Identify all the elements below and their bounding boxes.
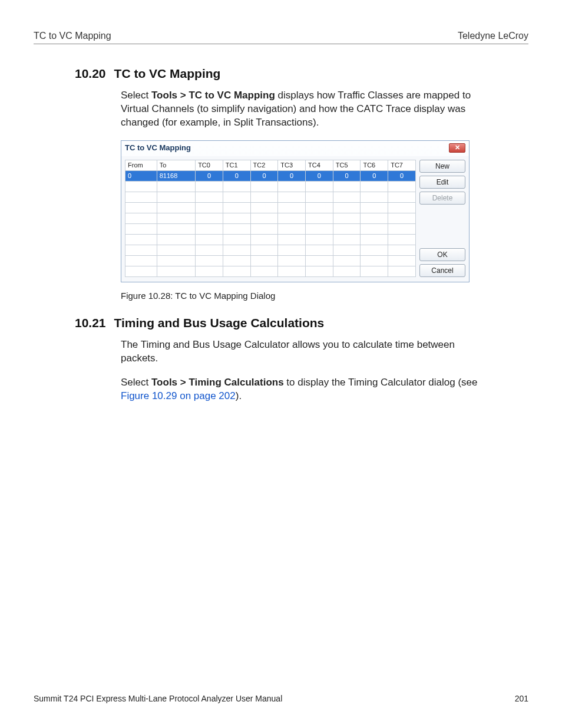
- section-title: TC to VC Mapping: [114, 67, 221, 81]
- table-cell: [250, 255, 278, 266]
- table-cell: [196, 223, 223, 234]
- table-row[interactable]: [125, 213, 416, 223]
- new-button[interactable]: New: [419, 160, 465, 173]
- table-cell: [196, 266, 223, 276]
- table-cell: 0: [361, 170, 388, 181]
- section-heading-10-21: 10.21 Timing and Bus Usage Calculations: [75, 316, 528, 330]
- table-cell: [361, 255, 388, 266]
- table-cell: [250, 202, 278, 213]
- table-cell: [306, 181, 333, 192]
- footer-page-number: 201: [515, 694, 528, 703]
- table-cell: [250, 234, 278, 245]
- table-cell: [157, 245, 195, 255]
- table-cell: 0: [196, 170, 223, 181]
- table-cell: [306, 202, 333, 213]
- table-header-row: From To TC0 TC1 TC2 TC3 TC4 TC5 TC6 TC7: [125, 160, 416, 170]
- section-number: 10.21: [75, 316, 106, 330]
- table-cell: [278, 202, 306, 213]
- col-tc2: TC2: [250, 160, 278, 170]
- table-cell: [223, 202, 250, 213]
- table-cell: [361, 234, 388, 245]
- table-cell: [306, 192, 333, 202]
- table-cell: 0: [278, 170, 306, 181]
- table-cell: [306, 234, 333, 245]
- table-cell: [388, 192, 416, 202]
- table-cell: [157, 266, 195, 276]
- section-10-21-para1: The Timing and Bus Usage Calculator allo…: [121, 338, 494, 365]
- body-text: Select: [121, 377, 151, 388]
- delete-button[interactable]: Delete: [419, 192, 465, 205]
- edit-button[interactable]: Edit: [419, 176, 465, 189]
- table-cell: [196, 202, 223, 213]
- table-row[interactable]: [125, 245, 416, 255]
- table-row[interactable]: [125, 181, 416, 192]
- table-cell: [157, 255, 195, 266]
- figure-link[interactable]: Figure 10.29 on page 202: [121, 390, 236, 401]
- table-cell: [361, 213, 388, 223]
- table-cell: [361, 181, 388, 192]
- col-from: From: [125, 160, 157, 170]
- table-cell: [333, 266, 361, 276]
- cancel-button[interactable]: Cancel: [419, 264, 465, 277]
- table-cell: [278, 245, 306, 255]
- col-tc4: TC4: [306, 160, 333, 170]
- mapping-table[interactable]: From To TC0 TC1 TC2 TC3 TC4 TC5 TC6 TC7 …: [125, 160, 416, 277]
- ok-button[interactable]: OK: [419, 248, 465, 261]
- table-cell: [388, 266, 416, 276]
- table-cell: [361, 266, 388, 276]
- table-cell: [333, 234, 361, 245]
- body-text: to display the Timing Calculator dialog …: [284, 377, 478, 388]
- table-cell: 0: [125, 170, 157, 181]
- table-cell: [388, 255, 416, 266]
- table-cell: [250, 181, 278, 192]
- body-text: ).: [236, 390, 242, 401]
- table-cell: [196, 213, 223, 223]
- col-tc7: TC7: [388, 160, 416, 170]
- table-cell: [250, 223, 278, 234]
- table-cell: [223, 213, 250, 223]
- table-row[interactable]: 08116800000000: [125, 170, 416, 181]
- table-cell: [278, 234, 306, 245]
- page-header: TC to VC Mapping Teledyne LeCroy: [34, 31, 528, 44]
- table-row[interactable]: [125, 223, 416, 234]
- table-cell: [157, 202, 195, 213]
- table-cell: [157, 192, 195, 202]
- table-cell: [125, 266, 157, 276]
- table-row[interactable]: [125, 202, 416, 213]
- table-row[interactable]: [125, 234, 416, 245]
- table-cell: [306, 223, 333, 234]
- section-title: Timing and Bus Usage Calculations: [114, 316, 325, 330]
- table-cell: [333, 255, 361, 266]
- header-left: TC to VC Mapping: [34, 31, 111, 41]
- table-cell: [223, 223, 250, 234]
- table-row[interactable]: [125, 266, 416, 276]
- table-cell: [125, 181, 157, 192]
- table-cell: [196, 192, 223, 202]
- table-cell: [278, 223, 306, 234]
- table-cell: [278, 255, 306, 266]
- table-cell: [333, 202, 361, 213]
- close-icon[interactable]: ✕: [449, 143, 465, 153]
- col-tc5: TC5: [333, 160, 361, 170]
- table-cell: [278, 213, 306, 223]
- col-tc0: TC0: [196, 160, 223, 170]
- page-footer: Summit T24 PCI Express Multi-Lane Protoc…: [34, 694, 528, 703]
- table-cell: [223, 255, 250, 266]
- table-cell: [361, 202, 388, 213]
- table-cell: 0: [388, 170, 416, 181]
- table-cell: 81168: [157, 170, 195, 181]
- table-cell: [361, 223, 388, 234]
- table-cell: [125, 234, 157, 245]
- menu-path: Tools > Timing Calculations: [151, 377, 284, 388]
- section-10-21-para2: Select Tools > Timing Calculations to di…: [121, 376, 494, 403]
- table-cell: [333, 223, 361, 234]
- table-cell: [250, 192, 278, 202]
- figure-10-28: TC to VC Mapping ✕ From To TC0: [121, 140, 470, 282]
- table-row[interactable]: [125, 192, 416, 202]
- table-cell: [196, 255, 223, 266]
- table-cell: [388, 202, 416, 213]
- table-row[interactable]: [125, 255, 416, 266]
- table-cell: [125, 202, 157, 213]
- table-cell: [157, 213, 195, 223]
- table-cell: [388, 245, 416, 255]
